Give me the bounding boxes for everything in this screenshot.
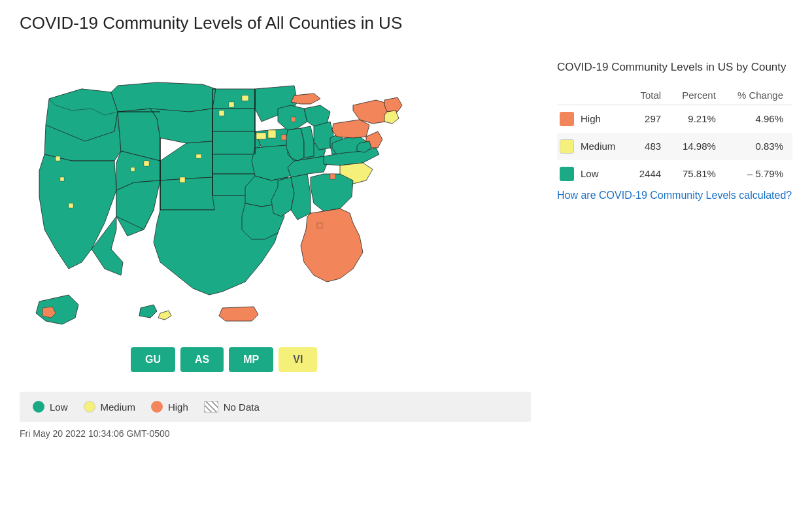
svg-rect-54 [196, 154, 201, 158]
calc-link[interactable]: How are COVID-19 Community Levels calcul… [557, 190, 792, 201]
col-header-percent: Percent [670, 86, 725, 105]
svg-rect-51 [144, 161, 149, 166]
legend-medium-dot [84, 401, 95, 413]
content-area: GU AS MP VI Low Medium High [20, 46, 792, 439]
col-header-level [557, 86, 628, 105]
svg-marker-25 [291, 174, 311, 220]
level-cell: Low [557, 160, 628, 188]
map-section: GU AS MP VI Low Medium High [20, 46, 531, 439]
data-table: Total Percent % Change High 297 9.21% 4.… [557, 86, 792, 188]
percent-cell: 75.81% [670, 160, 725, 188]
territory-btn-as[interactable]: AS [180, 347, 224, 372]
svg-rect-59 [56, 156, 60, 161]
table-row: High 297 9.21% 4.96% [557, 105, 792, 133]
territory-btn-mp[interactable]: MP [229, 347, 273, 372]
table-header-row: Total Percent % Change [557, 86, 792, 105]
svg-rect-49 [229, 102, 234, 107]
legend-medium-label: Medium [101, 401, 135, 413]
legend-nodata: No Data [204, 401, 260, 413]
change-cell: – 5.79% [725, 160, 792, 188]
legend-low: Low [33, 401, 68, 413]
total-cell: 2444 [628, 160, 671, 188]
legend-low-dot [33, 401, 44, 413]
svg-rect-52 [131, 167, 135, 171]
percent-cell: 9.21% [670, 105, 725, 133]
table-row: Medium 483 14.98% 0.83% [557, 133, 792, 160]
col-header-change: % Change [725, 86, 792, 105]
change-cell: 4.96% [725, 105, 792, 133]
level-box-low [560, 167, 574, 181]
legend-high-dot [151, 401, 163, 413]
legend-nodata-label: No Data [224, 401, 260, 413]
legend-nodata-icon [204, 401, 218, 413]
level-label: High [581, 113, 601, 124]
territory-buttons: GU AS MP VI [20, 347, 531, 372]
col-header-total: Total [628, 86, 671, 105]
svg-rect-46 [256, 133, 266, 139]
page-title: COVID-19 Community Levels of All Countie… [20, 13, 792, 33]
svg-rect-47 [268, 130, 276, 138]
legend-low-label: Low [50, 401, 68, 413]
territory-btn-vi[interactable]: VI [279, 347, 317, 372]
legend-bar: Low Medium High No Data [20, 392, 531, 422]
page-container: COVID-19 Community Levels of All Countie… [0, 0, 812, 452]
level-label: Low [581, 168, 599, 179]
percent-cell: 14.98% [670, 133, 725, 160]
svg-marker-66 [219, 307, 258, 321]
svg-rect-57 [330, 174, 335, 179]
timestamp: Fri May 20 2022 10:34:06 GMT-0500 [20, 428, 531, 439]
svg-rect-60 [60, 177, 64, 181]
level-box-medium [560, 139, 574, 154]
svg-rect-55 [281, 135, 286, 140]
total-cell: 297 [628, 105, 671, 133]
svg-rect-53 [180, 177, 185, 182]
total-cell: 483 [628, 133, 671, 160]
level-cell: High [557, 105, 628, 133]
svg-marker-12 [160, 177, 214, 210]
level-cell: Medium [557, 133, 628, 160]
sidebar-title: COVID-19 Community Levels in US by Count… [557, 60, 792, 75]
us-map [20, 46, 425, 341]
svg-marker-14 [212, 109, 255, 131]
legend-high-label: High [168, 401, 188, 413]
legend-medium: Medium [84, 401, 135, 413]
svg-rect-50 [242, 95, 248, 101]
level-box-high [560, 112, 574, 126]
svg-rect-58 [317, 223, 322, 228]
level-label: Medium [581, 141, 615, 152]
territory-btn-gu[interactable]: GU [131, 347, 175, 372]
legend-high: High [151, 401, 188, 413]
change-cell: 0.83% [725, 133, 792, 160]
svg-rect-61 [69, 203, 73, 208]
svg-rect-48 [219, 111, 224, 116]
sidebar: COVID-19 Community Levels in US by Count… [531, 46, 792, 203]
table-row: Low 2444 75.81% – 5.79% [557, 160, 792, 188]
svg-rect-56 [291, 117, 296, 122]
